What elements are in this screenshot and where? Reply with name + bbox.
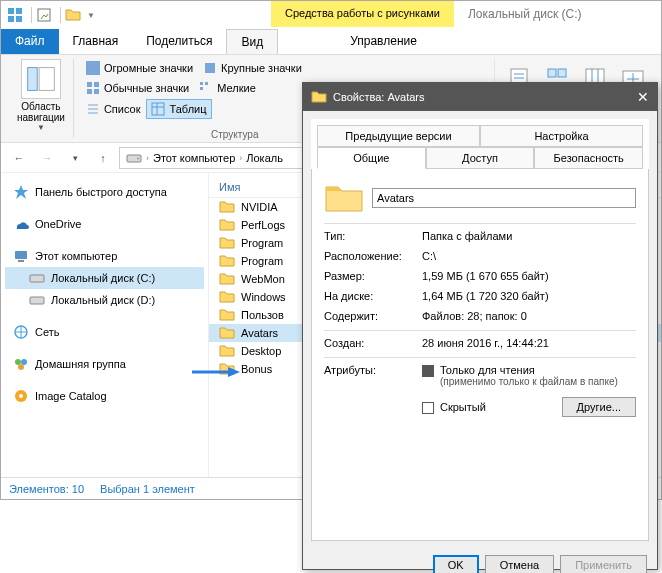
apply-button[interactable]: Применить (560, 555, 647, 573)
folder-icon (219, 272, 235, 286)
menu-view[interactable]: Вид (226, 29, 278, 54)
crumb-this-pc[interactable]: Этот компьютер (153, 152, 235, 164)
view-large-icons[interactable]: Крупные значки (199, 59, 306, 77)
svg-rect-0 (8, 8, 14, 14)
file-name: Desktop (241, 345, 281, 357)
svg-rect-3 (16, 16, 22, 22)
status-selected: Выбран 1 элемент (100, 483, 195, 495)
tree-disk-c[interactable]: Локальный диск (C:) (5, 267, 204, 289)
svg-rect-13 (200, 82, 203, 85)
cancel-button[interactable]: Отмена (485, 555, 554, 573)
nav-tree: Панель быстрого доступа OneDrive Этот ко… (1, 173, 209, 477)
menu-file[interactable]: Файл (1, 29, 59, 54)
view-details[interactable]: Таблиц (146, 99, 211, 119)
dialog-tabs: Предыдущие версии Настройка Общие Доступ… (311, 119, 649, 169)
file-name: Program (241, 237, 283, 249)
tree-this-pc[interactable]: Этот компьютер (5, 245, 204, 267)
forward-button[interactable]: → (35, 146, 59, 170)
tree-quick-access[interactable]: Панель быстрого доступа (5, 181, 204, 203)
qat-properties-icon[interactable] (36, 7, 52, 23)
svg-rect-12 (94, 89, 99, 94)
file-name: Program (241, 255, 283, 267)
label-type: Тип: (324, 230, 414, 242)
dialog-body: Тип:Папка с файлами Расположение:C:\ Раз… (311, 169, 649, 541)
folder-icon (311, 89, 327, 105)
svg-rect-8 (205, 63, 215, 73)
folder-icon (324, 181, 364, 215)
title-context-tabs: Средства работы с рисунками Локальный ди… (271, 1, 596, 27)
chevron-right-icon[interactable]: › (146, 153, 149, 163)
dialog-titlebar: Свойства: Avatars ✕ (303, 83, 657, 111)
dialog-title: Свойства: Avatars (333, 91, 425, 103)
ribbon-group-label-layout: Структура (211, 129, 258, 140)
menu-share[interactable]: Поделиться (132, 29, 226, 54)
label-attributes: Атрибуты: (324, 364, 414, 376)
qat-folder-icon[interactable] (65, 7, 81, 23)
tab-previous-versions[interactable]: Предыдущие версии (317, 125, 480, 147)
checkbox-hidden[interactable] (422, 402, 434, 414)
up-button[interactable]: ↑ (91, 146, 115, 170)
label-size: Размер: (324, 270, 414, 282)
back-button[interactable]: ← (7, 146, 31, 170)
svg-rect-35 (18, 260, 24, 262)
tab-customize[interactable]: Настройка (480, 125, 643, 147)
label-readonly: Только для чтения (440, 364, 618, 376)
svg-rect-11 (87, 89, 92, 94)
svg-marker-33 (14, 185, 28, 199)
tab-general[interactable]: Общие (317, 147, 426, 169)
tree-onedrive[interactable]: OneDrive (5, 213, 204, 235)
context-tab-picture-tools[interactable]: Средства работы с рисунками (271, 1, 454, 27)
view-small-icons[interactable]: Мелкие (195, 79, 260, 97)
properties-dialog: Свойства: Avatars ✕ Предыдущие версии На… (302, 82, 658, 570)
nav-pane-label: Область навигации (17, 101, 65, 123)
value-type: Папка с файлами (422, 230, 512, 242)
advanced-button[interactable]: Другие... (562, 397, 636, 417)
svg-point-41 (18, 364, 24, 370)
ok-button[interactable]: OK (433, 555, 479, 573)
label-size-on-disk: На диске: (324, 290, 414, 302)
label-hidden: Скрытый (440, 401, 486, 413)
nav-pane-button[interactable] (21, 59, 61, 99)
close-button[interactable]: ✕ (637, 89, 649, 105)
tree-homegroup[interactable]: Домашняя группа (5, 353, 204, 375)
chevron-right-icon[interactable]: › (239, 153, 242, 163)
svg-rect-19 (152, 103, 164, 115)
file-name: Windows (241, 291, 286, 303)
tree-image-catalog[interactable]: Image Catalog (5, 385, 204, 407)
value-contains: Файлов: 28; папок: 0 (422, 310, 527, 322)
menu-manage[interactable]: Управление (326, 29, 441, 54)
folder-icon (219, 308, 235, 322)
svg-point-40 (21, 359, 27, 365)
label-created: Создан: (324, 337, 414, 349)
svg-rect-37 (30, 297, 44, 304)
svg-point-32 (137, 157, 139, 159)
label-contains: Содержит: (324, 310, 414, 322)
explorer-icon (7, 7, 23, 23)
view-list[interactable]: Список (82, 99, 145, 119)
tab-sharing[interactable]: Доступ (426, 147, 535, 169)
file-name: WebMon (241, 273, 285, 285)
svg-rect-36 (30, 275, 44, 282)
view-extra-large-icons[interactable]: Огромные значки (82, 59, 197, 77)
recent-dropdown-icon[interactable]: ▾ (63, 146, 87, 170)
checkbox-readonly[interactable] (422, 365, 434, 377)
tree-disk-d[interactable]: Локальный диск (D:) (5, 289, 204, 311)
folder-icon (219, 362, 235, 376)
label-readonly-note: (применимо только к файлам в папке) (440, 376, 618, 387)
svg-rect-15 (200, 87, 203, 90)
view-medium-icons[interactable]: Обычные значки (82, 79, 193, 97)
crumb-local[interactable]: Локаль (246, 152, 283, 164)
folder-icon (219, 326, 235, 340)
value-location: C:\ (422, 250, 436, 262)
nav-pane-dropdown-icon[interactable]: ▼ (37, 123, 45, 132)
menu-home[interactable]: Главная (59, 29, 133, 54)
svg-rect-2 (8, 16, 14, 22)
window-title: Локальный диск (C:) (454, 1, 596, 27)
qat-dropdown-icon[interactable]: ▼ (87, 11, 95, 20)
tree-network[interactable]: Сеть (5, 321, 204, 343)
tab-security[interactable]: Безопасность (534, 147, 643, 169)
svg-rect-25 (548, 69, 556, 77)
folder-name-input[interactable] (372, 188, 636, 208)
value-size-on-disk: 1,64 МБ (1 720 320 байт) (422, 290, 549, 302)
folder-icon (219, 218, 235, 232)
